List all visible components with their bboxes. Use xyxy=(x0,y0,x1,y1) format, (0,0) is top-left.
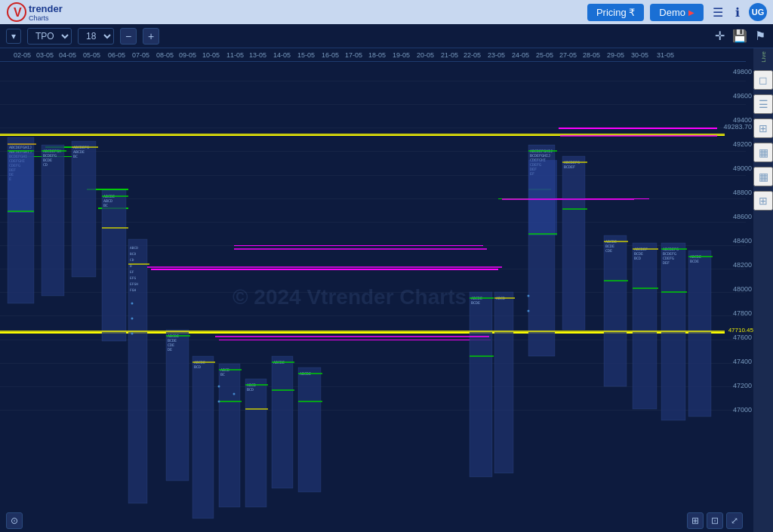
svg-text:BCD: BCD xyxy=(634,256,641,260)
dt-label-20: 22-05 xyxy=(463,51,481,59)
svg-point-120 xyxy=(131,333,134,335)
svg-point-122 xyxy=(218,401,220,403)
price-highlight-47710: 47710.45 xyxy=(728,327,753,334)
svg-point-119 xyxy=(131,318,134,320)
pricing-button[interactable]: Pricing ₹ xyxy=(587,4,644,21)
dt-label-8: 09-05 xyxy=(179,51,196,59)
right-panel: Live ◻ ☰ ⊞ ▦ ▦ ⊞ xyxy=(753,48,773,532)
svg-rect-79 xyxy=(528,160,557,235)
svg-point-124 xyxy=(528,295,530,297)
camera-icon[interactable]: ⚑ xyxy=(753,27,767,45)
dt-label-1: 02-05 xyxy=(14,51,31,59)
svg-text:BCDE: BCDE xyxy=(690,259,699,263)
svg-rect-44 xyxy=(166,330,189,481)
instrument-dropdown[interactable]: ▾ xyxy=(6,29,21,44)
dt-label-5: 06-05 xyxy=(108,51,125,59)
chart-area[interactable]: © 2024 Vtrender Charts xyxy=(0,62,746,532)
svg-text:EFGH: EFGH xyxy=(130,282,138,286)
price-48400: 48400 xyxy=(733,237,752,244)
dt-label-22: 24-05 xyxy=(512,51,529,59)
panel-icon-bar[interactable]: ▦ xyxy=(753,143,773,162)
panel-icon-layout[interactable]: ⊞ xyxy=(753,191,773,211)
dropdown-arrow: ▾ xyxy=(11,31,16,42)
svg-rect-68 xyxy=(298,367,321,492)
svg-text:CD: CD xyxy=(130,258,134,262)
price-48000: 48000 xyxy=(733,285,752,293)
svg-text:EFG: EFG xyxy=(130,276,136,280)
dt-label-14: 16-05 xyxy=(322,51,339,59)
svg-text:BC: BC xyxy=(103,203,108,208)
decrease-button[interactable]: − xyxy=(120,28,137,45)
panel-icon-cursor[interactable]: ◻ xyxy=(753,70,773,90)
svg-text:Charts: Charts xyxy=(29,14,49,22)
dt-label-17: 19-05 xyxy=(393,51,410,59)
avatar-button[interactable]: UG xyxy=(749,3,767,21)
svg-text:CDE: CDE xyxy=(605,248,612,253)
panel-icon-grid[interactable]: ☰ xyxy=(753,94,773,114)
price-49400: 49400 xyxy=(733,116,752,124)
svg-text:BCDEF: BCDEF xyxy=(564,165,575,169)
tpo-value-select[interactable]: 18 xyxy=(78,28,114,45)
dt-label-23: 25-05 xyxy=(536,51,553,59)
increase-button[interactable]: + xyxy=(143,28,159,45)
fullscreen-button[interactable]: ⊡ xyxy=(707,512,723,529)
svg-rect-87 xyxy=(604,235,627,386)
toolbar-right: ✛ 💾 ⚑ xyxy=(713,27,767,45)
menu-button[interactable]: ☰ xyxy=(710,4,726,21)
svg-rect-64 xyxy=(272,356,293,488)
svg-rect-59 xyxy=(245,379,266,507)
dt-label-3: 04-05 xyxy=(59,51,76,59)
price-48200: 48200 xyxy=(733,261,752,269)
dt-label-26: 29-05 xyxy=(607,51,624,59)
svg-rect-106 xyxy=(688,251,711,417)
svg-text:BC: BC xyxy=(220,372,225,377)
logo-image: V trender Charts xyxy=(6,2,97,23)
dt-label-18: 20-05 xyxy=(417,51,434,59)
dt-label-13: 15-05 xyxy=(297,51,315,59)
demo-button[interactable]: Demo ▶ xyxy=(650,4,704,21)
svg-text:DE: DE xyxy=(168,347,172,352)
svg-text:ABCD: ABCD xyxy=(130,246,138,250)
logo: V trender Charts xyxy=(6,2,97,23)
info-button[interactable]: ℹ xyxy=(732,4,743,21)
tpo-type-select[interactable]: TPO xyxy=(27,28,72,45)
dt-label-19: 21-05 xyxy=(441,51,458,59)
live-label: Live xyxy=(760,51,767,63)
dt-label-21: 23-05 xyxy=(488,51,505,59)
dt-label-16: 18-05 xyxy=(368,51,386,59)
svg-text:trender: trender xyxy=(29,3,63,14)
panel-icon-table[interactable]: ⊞ xyxy=(753,118,773,138)
crosshair-button[interactable]: ⊙ xyxy=(6,512,23,529)
dt-label-2: 03-05 xyxy=(36,51,54,59)
chart-svg: ABCDEFGHIJ ABCDEFGHIJ BCDEFGHI CDEFGHI C… xyxy=(0,62,746,532)
price-49200: 49200 xyxy=(733,140,752,148)
dt-label-15: 17-05 xyxy=(345,51,362,59)
svg-point-121 xyxy=(218,386,220,388)
svg-rect-23 xyxy=(72,141,96,277)
grid-button[interactable]: ⊞ xyxy=(687,512,704,529)
right-axis: 49800 49600 49400 49283.70 49200 49000 4… xyxy=(746,48,753,532)
svg-rect-16 xyxy=(8,143,36,145)
save-icon[interactable]: 💾 xyxy=(731,27,749,45)
price-48600: 48600 xyxy=(733,213,752,220)
svg-rect-110 xyxy=(470,292,492,477)
svg-text:BCD: BCD xyxy=(247,387,254,392)
svg-text:EF: EF xyxy=(130,270,134,274)
panel-icon-list[interactable]: ▦ xyxy=(753,167,773,186)
svg-rect-115 xyxy=(494,292,513,473)
dt-label-10: 11-05 xyxy=(226,51,244,59)
svg-rect-82 xyxy=(562,156,585,330)
expand-button[interactable]: ⤢ xyxy=(726,512,743,529)
dt-label-11: 13-05 xyxy=(249,51,266,59)
cursor-icon[interactable]: ✛ xyxy=(713,27,726,45)
dt-label-24: 27-05 xyxy=(559,51,577,59)
price-47400: 47400 xyxy=(733,358,752,365)
svg-rect-50 xyxy=(192,356,214,518)
play-icon: ▶ xyxy=(688,8,694,17)
svg-rect-13 xyxy=(8,152,34,213)
header: V trender Charts Pricing ₹ Demo ▶ ☰ ℹ UG xyxy=(0,0,773,24)
dt-label-12: 14-05 xyxy=(273,51,291,59)
bottom-right-toolbar: ⊞ ⊡ ⤢ xyxy=(687,512,743,529)
bottom-toolbar: ⊙ xyxy=(6,512,23,529)
price-47200: 47200 xyxy=(733,382,752,389)
